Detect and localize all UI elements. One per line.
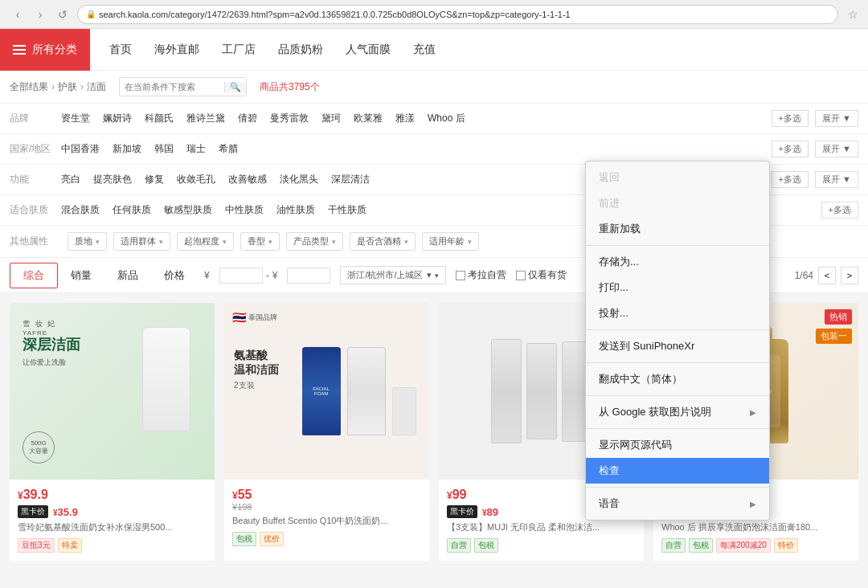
nav-factory[interactable]: 工厂店 xyxy=(222,43,256,57)
filter-tag-gr[interactable]: 希腊 xyxy=(219,141,238,157)
menu-item-back[interactable]: 返回 xyxy=(586,165,769,190)
filter-tag-sg[interactable]: 新加坡 xyxy=(113,141,141,157)
country-multi-select-button[interactable]: +多选 xyxy=(772,141,809,157)
product1-title: 深层洁面 xyxy=(23,337,80,354)
filter-tag-kiehl[interactable]: 科颜氏 xyxy=(145,111,174,126)
all-categories-button[interactable]: 所有分类 xyxy=(0,29,90,71)
dropdown-fragrance[interactable]: 香型 xyxy=(240,232,280,251)
sort-tab-sales[interactable]: 销量 xyxy=(58,263,104,288)
filter-tag-peiyanshi[interactable]: 姵妍诗 xyxy=(103,111,132,126)
filter-tag-esteelauder[interactable]: 雅诗兰黛 xyxy=(186,111,225,126)
sort-tab-new[interactable]: 新品 xyxy=(104,263,151,288)
filter-tag-brighten[interactable]: 亮白 xyxy=(61,172,80,187)
product-black-price-row-1: 黑卡价 35.9 xyxy=(18,505,207,518)
nav-overseas[interactable]: 海外直邮 xyxy=(154,43,199,57)
filter-tag-sensitive-skin[interactable]: 敏感型肤质 xyxy=(164,202,212,218)
brand-expand-button[interactable]: 展开 ▼ xyxy=(815,110,858,127)
function-filter-actions: +多选 展开 ▼ xyxy=(772,171,858,188)
filter-tag-allskin[interactable]: 任何肤质 xyxy=(113,202,151,218)
filter-tag-lighten[interactable]: 提亮肤色 xyxy=(93,172,132,187)
function-multi-select-button[interactable]: +多选 xyxy=(772,171,809,188)
voice-arrow-icon: ▶ xyxy=(750,500,756,508)
menu-item-cast[interactable]: 投射... xyxy=(586,300,769,326)
brand-multi-select-button[interactable]: +多选 xyxy=(772,110,809,127)
menu-item-reload[interactable]: 重新加载 xyxy=(586,216,769,242)
menu-item-print[interactable]: 打印... xyxy=(586,275,769,300)
filter-tag-manxiuleidu[interactable]: 曼秀雷敦 xyxy=(270,111,309,126)
price-max-input[interactable] xyxy=(287,267,330,284)
url-bar[interactable]: 🔒 search.kaola.com/category/1472/2639.ht… xyxy=(77,5,838,24)
filter-tag-oily[interactable]: 油性肤质 xyxy=(276,202,315,218)
nav-home[interactable]: 首页 xyxy=(109,43,132,57)
menu-item-saveas[interactable]: 存储为... xyxy=(586,249,769,275)
menu-item-voice[interactable]: 语音 ▶ xyxy=(586,491,769,517)
nav-milk[interactable]: 品质奶粉 xyxy=(278,43,323,57)
filter-tag-deepclean[interactable]: 深层清洁 xyxy=(331,172,370,187)
bookmark-star-icon[interactable]: ☆ xyxy=(848,8,858,21)
filter-tag-pores[interactable]: 收敛毛孔 xyxy=(177,172,215,187)
dropdown-foam[interactable]: 起泡程度 xyxy=(177,232,234,251)
nav-recharge[interactable]: 充值 xyxy=(413,43,436,57)
filter-tag-combo[interactable]: 混合肤质 xyxy=(61,202,100,218)
available-checkbox[interactable] xyxy=(516,271,526,280)
only-available-filter[interactable]: 仅看有货 xyxy=(516,268,567,282)
back-button[interactable]: ‹ xyxy=(10,6,26,22)
price-symbol-1: ¥ xyxy=(204,270,210,281)
breadcrumb-level1[interactable]: 护肤 xyxy=(58,80,77,94)
menu-item-google-image[interactable]: 从 Google 获取图片说明 ▶ xyxy=(586,399,769,425)
country-expand-button[interactable]: 展开 ▼ xyxy=(815,141,858,157)
filter-label-other: 其他属性 xyxy=(10,235,61,248)
next-page-button[interactable]: > xyxy=(841,267,858,284)
menu-item-viewsource[interactable]: 显示网页源代码 xyxy=(586,432,769,458)
breadcrumb-level2[interactable]: 洁面 xyxy=(87,80,106,94)
filter-tag-hk[interactable]: 中国香港 xyxy=(61,141,100,157)
product2-pack: 2支装 xyxy=(234,380,279,391)
kaola-checkbox[interactable] xyxy=(456,271,465,280)
menu-item-translate[interactable]: 翻成中文（简体） xyxy=(586,366,769,392)
dropdown-texture[interactable]: 质地 xyxy=(68,232,107,251)
location-select[interactable]: 浙江/杭州市/上城区 ▾ xyxy=(340,266,445,284)
price-min-input[interactable] xyxy=(219,267,263,284)
top-navigation: 所有分类 首页 海外直邮 工厂店 品质奶粉 人气面膜 充值 xyxy=(0,29,868,71)
filter-tag-repair[interactable]: 修复 xyxy=(145,172,164,187)
dropdown-group[interactable]: 适用群体 xyxy=(113,232,170,251)
filter-tag-daike[interactable]: 黛珂 xyxy=(321,111,341,126)
nav-mask[interactable]: 人气面膜 xyxy=(346,43,391,57)
filter-tag-kr[interactable]: 韩国 xyxy=(154,141,174,157)
filter-tag-whoo[interactable]: Whoo 后 xyxy=(428,111,465,126)
forward-button[interactable]: › xyxy=(32,6,48,22)
dropdown-alcohol[interactable]: 是否含酒精 xyxy=(350,232,416,251)
dropdown-type[interactable]: 产品类型 xyxy=(286,232,343,251)
menu-item-forward[interactable]: 前进 xyxy=(586,190,769,216)
filter-tag-dry[interactable]: 干性肤质 xyxy=(328,202,366,218)
sort-tab-comprehensive[interactable]: 综合 xyxy=(10,263,58,288)
filter-search-box[interactable]: 🔍 xyxy=(119,77,247,96)
filter-search-button[interactable]: 🔍 xyxy=(224,82,246,92)
kaola-official-filter[interactable]: 考拉自营 xyxy=(456,268,506,282)
filter-tag-normal[interactable]: 中性肤质 xyxy=(225,202,264,218)
filter-tag-ch[interactable]: 瑞士 xyxy=(186,141,206,157)
skin-multi-select-button[interactable]: +多选 xyxy=(821,202,858,218)
breadcrumb-root[interactable]: 全部结果 xyxy=(10,80,48,94)
function-expand-button[interactable]: 展开 ▼ xyxy=(815,171,858,188)
filter-tag-yayung[interactable]: 雅漾 xyxy=(395,111,415,126)
kaola-official-label: 考拉自营 xyxy=(468,268,506,282)
filter-tag-sensitive[interactable]: 改善敏感 xyxy=(228,172,267,187)
product-card-2[interactable]: 🇹🇭 泰国品牌 氨基酸温和洁面 2支装 FACIALFOAM 55 198 Be… xyxy=(224,303,429,561)
menu-item-send[interactable]: 发送到 SuniPhoneXr xyxy=(586,333,769,359)
filter-tag-loreal[interactable]: 欧莱雅 xyxy=(354,111,383,126)
filter-search-input[interactable] xyxy=(120,82,224,92)
menu-label-back: 返回 xyxy=(599,170,620,185)
filter-tag-shiseido[interactable]: 资生堂 xyxy=(61,111,90,126)
price-dash: - xyxy=(266,270,269,281)
menu-label-voice: 语音 xyxy=(599,496,620,511)
menu-item-inspect[interactable]: 检查 xyxy=(586,458,769,484)
filter-tag-clinique[interactable]: 倩碧 xyxy=(238,111,257,126)
product-card-1[interactable]: 雪 妆 妃 YAFRE 深层洁面 让你爱上洗脸 500G 大容量 39.9 黑卡… xyxy=(10,303,215,561)
result-count-number: 3795 xyxy=(289,81,310,92)
sort-tab-price[interactable]: 价格 xyxy=(151,263,198,288)
filter-tag-blackhead[interactable]: 淡化黑头 xyxy=(280,172,318,187)
reload-button[interactable]: ↺ xyxy=(55,6,71,22)
dropdown-age[interactable]: 适用年龄 xyxy=(422,232,479,251)
prev-page-button[interactable]: < xyxy=(818,267,836,284)
